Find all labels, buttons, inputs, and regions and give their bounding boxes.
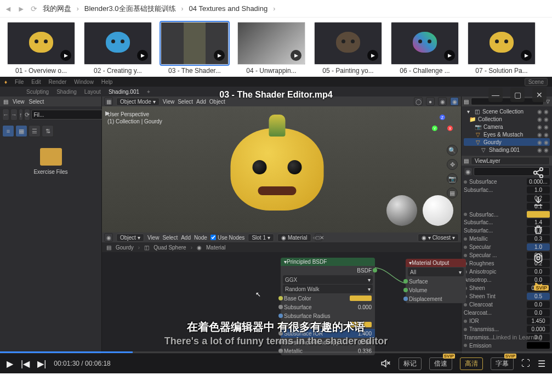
- editor-type-icon[interactable]: ▤: [3, 99, 8, 105]
- property-row[interactable]: Transmiss...0.000: [464, 325, 550, 333]
- scene-dropdown[interactable]: Scene: [525, 78, 548, 86]
- pin-icon[interactable]: ○□✕: [315, 234, 322, 241]
- folder-item[interactable]: Exercise Files: [0, 139, 101, 175]
- sort-icon[interactable]: ⇅: [42, 125, 54, 137]
- menu-select[interactable]: Select: [29, 99, 44, 105]
- bookmark-button[interactable]: 标记: [399, 357, 422, 370]
- menu-select[interactable]: Select: [178, 99, 193, 105]
- subsurface-method-dropdown[interactable]: Random Walk▾: [283, 285, 373, 293]
- outliner-item[interactable]: 📷Camera◉◉: [464, 123, 550, 130]
- perspective-icon[interactable]: ▦: [447, 188, 458, 198]
- progress-bar[interactable]: [0, 351, 552, 353]
- thumbnail-item[interactable]: ▶07 - Solution Pa...: [465, 22, 538, 75]
- breadcrumb-chapter[interactable]: 04 Textures and Shading: [189, 4, 268, 13]
- mode-dropdown[interactable]: Object Mode ▾: [116, 98, 160, 106]
- menu-help[interactable]: Help: [101, 79, 113, 85]
- refresh-icon[interactable]: ⟳: [24, 109, 30, 121]
- input-base-color[interactable]: Base Color: [281, 294, 375, 303]
- tab-sculpting[interactable]: Sculpting: [26, 89, 49, 95]
- filter-icon[interactable]: ▽: [546, 99, 550, 104]
- minimize-icon[interactable]: —: [488, 88, 503, 102]
- menu-window[interactable]: Window: [74, 79, 94, 85]
- bc-mesh[interactable]: Quad Sphere: [153, 245, 186, 251]
- props-tab-icon[interactable]: ◉: [464, 167, 473, 176]
- close-icon[interactable]: ✕: [532, 88, 547, 102]
- navigation-gizmo[interactable]: ZXY: [430, 113, 454, 137]
- thumbnail-item[interactable]: ▶05 - Painting yo...: [311, 22, 385, 75]
- input-metallic[interactable]: Metallic0.336: [281, 346, 375, 355]
- download-icon[interactable]: [530, 193, 547, 209]
- refresh-icon[interactable]: ⟳: [31, 4, 37, 13]
- menu-add[interactable]: Add: [196, 99, 206, 105]
- bc-material[interactable]: Material: [206, 245, 226, 251]
- prev-button[interactable]: |◀: [21, 359, 30, 369]
- tab-active[interactable]: Shading.001: [109, 89, 139, 95]
- outliner-item[interactable]: 📁Collection◉◉: [464, 115, 550, 123]
- editor-type-icon[interactable]: ◉: [104, 233, 113, 242]
- thumbnail-item[interactable]: ▶01 - Overview o...: [4, 22, 78, 75]
- shader-type-dropdown[interactable]: Object ▾: [116, 234, 144, 242]
- breadcrumb-root[interactable]: 我的网盘: [43, 4, 71, 14]
- thumbnail-item[interactable]: ▶03 - The Shader...: [158, 22, 231, 75]
- interpolation-dropdown[interactable]: ◉ ▾ Closest ▾: [418, 234, 459, 242]
- node-header[interactable]: ▾ Principled BSDF: [281, 258, 375, 266]
- subtitle-button[interactable]: 字幕SVIP: [491, 357, 514, 370]
- slot-dropdown[interactable]: Slot 1 ▾: [248, 234, 274, 242]
- delete-icon[interactable]: [530, 221, 547, 238]
- settings-icon[interactable]: [530, 250, 547, 266]
- editor-type-icon[interactable]: ▦: [104, 97, 113, 106]
- menu-render[interactable]: Render: [48, 79, 66, 85]
- path-input[interactable]: [31, 110, 106, 120]
- bc-object[interactable]: Gourdy: [116, 245, 134, 251]
- menu-view[interactable]: View: [13, 99, 25, 105]
- maximize-icon[interactable]: ▢: [510, 88, 525, 102]
- nav-forward-icon[interactable]: ►: [18, 4, 25, 13]
- menu-file[interactable]: File: [15, 79, 24, 85]
- nav-up-icon[interactable]: ↑: [19, 109, 23, 121]
- thumbnail-item[interactable]: ▶02 - Creating y...: [81, 22, 155, 75]
- node-material-output[interactable]: ▾ Material Output All▾ Surface Volume Di…: [406, 259, 466, 303]
- shading-solid-icon[interactable]: ●: [426, 97, 435, 106]
- viewlayer-dropdown[interactable]: ViewLayer: [471, 157, 550, 165]
- camera-icon[interactable]: 📷: [447, 173, 458, 184]
- next-button[interactable]: ▶|: [37, 359, 46, 369]
- viewport-3d[interactable]: ▶ User Perspective (1) Collection | Gour…: [102, 106, 461, 232]
- speed-button[interactable]: 倍速SVIP: [429, 357, 452, 370]
- property-row[interactable]: Emission: [464, 342, 550, 349]
- editor-type-icon[interactable]: ▤: [464, 99, 469, 105]
- target-dropdown[interactable]: All▾: [408, 268, 464, 276]
- nav-back-icon[interactable]: ←: [2, 109, 9, 121]
- shading-material-icon[interactable]: ◉: [438, 97, 447, 106]
- mute-button[interactable]: [380, 358, 391, 369]
- view-grid-icon[interactable]: ▦: [15, 125, 27, 137]
- move-icon[interactable]: ✥: [447, 159, 458, 170]
- distribution-dropdown[interactable]: GGX▾: [283, 275, 373, 284]
- breadcrumb-course[interactable]: Blender3.0全面基础技能训练: [84, 4, 176, 14]
- editor-type-icon[interactable]: ▤: [464, 158, 469, 164]
- playlist-button[interactable]: ☰: [538, 359, 545, 369]
- tab-layout[interactable]: Layout: [84, 89, 101, 95]
- outliner-item[interactable]: ▽Shading.001◉◉: [464, 146, 550, 154]
- quality-button[interactable]: 高清: [460, 357, 483, 370]
- node-header[interactable]: ▾ Material Output: [406, 259, 466, 267]
- view-thumb-icon[interactable]: ☰: [29, 125, 41, 137]
- nav-forward-icon[interactable]: →: [10, 109, 18, 121]
- nav-back-icon[interactable]: ◄: [4, 4, 12, 13]
- menu-edit[interactable]: Edit: [31, 79, 41, 85]
- tab-shading[interactable]: Shading: [56, 89, 77, 95]
- share-icon[interactable]: [530, 164, 547, 181]
- fullscreen-button[interactable]: ⛶: [521, 359, 530, 368]
- property-row[interactable]: Clearcoat0.0: [464, 300, 550, 309]
- thumbnail-item[interactable]: ▶06 - Challenge ...: [388, 22, 462, 75]
- outliner-scene-collection[interactable]: ▾◫Scene Collection◉◉: [464, 107, 550, 115]
- view-list-icon[interactable]: ≡: [2, 125, 14, 137]
- tab-add-icon[interactable]: +: [147, 89, 150, 95]
- menu-view[interactable]: View: [147, 235, 160, 241]
- property-row[interactable]: IOR1.450: [464, 317, 550, 325]
- outliner-item[interactable]: ▽Eyes & Mustach◉◉: [464, 130, 550, 138]
- input-subsurface[interactable]: Subsurface0.000: [281, 303, 375, 311]
- outliner-item[interactable]: ▽Gourdy◉◉: [464, 138, 550, 146]
- shading-rendered-icon[interactable]: ◉: [450, 97, 459, 106]
- material-dropdown[interactable]: ◉ Material: [277, 234, 311, 242]
- menu-select[interactable]: Select: [162, 235, 178, 241]
